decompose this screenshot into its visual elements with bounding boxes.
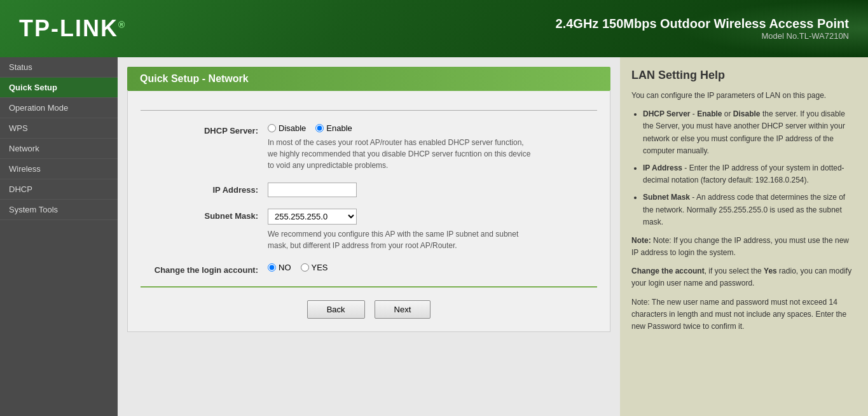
dhcp-radio-group: Disable Enable [268, 123, 597, 133]
login-yes-text: YES [312, 263, 328, 272]
help-intro: You can configure the IP parameters of L… [631, 90, 857, 102]
help-item-dhcp: DHCP Server - Enable or Disable the serv… [643, 108, 857, 157]
header-info: 2.4GHz 150Mbps Outdoor Wireless Access P… [556, 17, 849, 41]
button-row: Back Next [141, 300, 597, 319]
sidebar-item-status[interactable]: Status [0, 57, 118, 78]
next-button[interactable]: Next [375, 300, 431, 319]
dhcp-disable-text: Disable [279, 123, 306, 133]
dhcp-disable-label[interactable]: Disable [268, 123, 306, 133]
login-no-text: NO [279, 263, 291, 272]
header-title: 2.4GHz 150Mbps Outdoor Wireless Access P… [556, 17, 849, 31]
subnet-note: We recommend you configure this AP with … [268, 228, 522, 251]
top-divider [141, 110, 597, 111]
ip-input[interactable]: 192.168.0.254 [268, 183, 357, 197]
help-item-subnet: Subnet Mask - An address code that deter… [643, 191, 857, 228]
help-list: DHCP Server - Enable or Disable the serv… [631, 108, 857, 228]
login-yes-label[interactable]: YES [301, 263, 328, 272]
page-title: Quick Setup - Network [127, 67, 610, 91]
dhcp-row: DHCP Server: Disable Enable In most of t… [141, 123, 597, 171]
sidebar-item-wireless[interactable]: Wireless [0, 159, 118, 179]
dhcp-disable-radio[interactable] [268, 124, 276, 132]
help-item-subnet-text: Subnet Mask - An address code that deter… [643, 193, 845, 226]
help-note1-text: Note: If you change the IP address, you … [631, 236, 849, 257]
sidebar-item-network[interactable]: Network [0, 139, 118, 159]
help-note2: Change the account, if you select the Ye… [631, 265, 857, 289]
dhcp-control: Disable Enable In most of the cases your… [268, 123, 597, 171]
back-button[interactable]: Back [307, 300, 365, 319]
subnet-control: 255.255.255.0 255.255.0.0 255.0.0.0 We r… [268, 209, 597, 251]
login-row: Change the login account: NO YES [141, 263, 597, 275]
subnet-label: Subnet Mask: [141, 209, 268, 221]
dhcp-enable-label[interactable]: Enable [315, 123, 352, 133]
help-note1: Note: Note: If you change the IP address… [631, 235, 857, 259]
sidebar-item-quick-setup[interactable]: Quick Setup [0, 78, 118, 98]
dhcp-label: DHCP Server: [141, 123, 268, 135]
help-title: LAN Setting Help [631, 69, 857, 82]
sidebar: Status Quick Setup Operation Mode WPS Ne… [0, 57, 118, 416]
dhcp-enable-radio[interactable] [315, 124, 324, 132]
sidebar-item-system-tools[interactable]: System Tools [0, 200, 118, 220]
help-item-dhcp-text: DHCP Server - Enable or Disable the serv… [643, 109, 845, 155]
logo-tm: ® [118, 20, 126, 30]
help-item-ip: IP Address - Enter the IP address of you… [643, 162, 857, 186]
sidebar-item-dhcp[interactable]: DHCP [0, 179, 118, 200]
login-control: NO YES [268, 263, 597, 272]
layout: Status Quick Setup Operation Mode WPS Ne… [0, 57, 868, 416]
dhcp-enable-text: Enable [326, 123, 352, 133]
subnet-row: Subnet Mask: 255.255.255.0 255.255.0.0 2… [141, 209, 597, 251]
login-radio-group: NO YES [268, 263, 597, 272]
login-yes-radio[interactable] [301, 263, 309, 272]
subnet-select[interactable]: 255.255.255.0 255.255.0.0 255.0.0.0 [268, 209, 357, 225]
ip-row: IP Address: 192.168.0.254 [141, 183, 597, 197]
header-model: Model No.TL-WA7210N [556, 31, 849, 41]
bottom-divider [141, 286, 597, 288]
ip-label: IP Address: [141, 183, 268, 195]
main-content: Quick Setup - Network DHCP Server: Disab… [118, 57, 620, 416]
login-no-radio[interactable] [268, 263, 276, 272]
sidebar-item-wps[interactable]: WPS [0, 118, 118, 139]
content-area: DHCP Server: Disable Enable In most of t… [127, 91, 610, 332]
login-label: Change the login account: [141, 263, 268, 275]
sidebar-item-operation-mode[interactable]: Operation Mode [0, 98, 118, 118]
logo: TP-LINK® [19, 15, 126, 42]
ip-control: 192.168.0.254 [268, 183, 597, 197]
header: TP-LINK® 2.4GHz 150Mbps Outdoor Wireless… [0, 0, 868, 57]
help-panel: LAN Setting Help You can configure the I… [620, 57, 868, 416]
login-no-label[interactable]: NO [268, 263, 291, 272]
dhcp-note: In most of the cases your root AP/router… [268, 137, 535, 171]
help-note3: Note: The new user name and password mus… [631, 296, 857, 333]
help-item-ip-text: IP Address - Enter the IP address of you… [643, 163, 844, 184]
